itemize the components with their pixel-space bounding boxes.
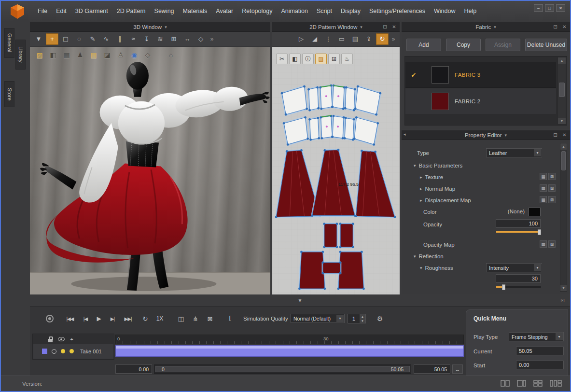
delete-unused-fabric-button[interactable]: Delete Unused [525, 39, 567, 51]
start-input[interactable]: 0.00 [516, 361, 564, 369]
viewport-2d[interactable]: 117.2 96.5 ✂ ◧ ⓘ ▨ ⊞ ♨ [272, 47, 400, 294]
float-panel-icon[interactable]: ⊡ [552, 23, 559, 30]
copy-animation-button[interactable]: ◫ [175, 312, 187, 325]
reset-arrangement-tool-icon[interactable]: ↻ [376, 33, 389, 45]
layers-tool-icon[interactable]: ▤ [349, 33, 362, 45]
layout-preset-1-button[interactable] [501, 380, 510, 387]
property-editor-header[interactable]: ◂ Property Editor ▾ ⊡ ✕ [402, 130, 570, 140]
float-panel-icon[interactable]: ⊡ [559, 297, 566, 304]
viewport-3d[interactable]: ▨ ◧ ▦ ♟ ▤ ◪ ♙ ◉ ◇ ⌂ [30, 47, 270, 294]
menu-2d-pattern[interactable]: 2D Pattern [113, 6, 150, 16]
collapse-arrow-icon[interactable]: ▼ [298, 298, 303, 303]
simulation-settings-gear-icon[interactable]: ⚙ [374, 312, 386, 325]
weld-animation-button[interactable]: ⋔ [189, 312, 202, 325]
export-tool-icon[interactable]: ⇪ [362, 33, 375, 45]
app-logo-icon[interactable] [9, 3, 26, 19]
copy-fabric-button[interactable]: Copy [446, 39, 481, 51]
show-texture-icon[interactable]: ▤ [88, 50, 99, 60]
layout-preset-2-button[interactable] [517, 380, 527, 387]
keyframe-dot[interactable] [70, 349, 74, 353]
grid-icon[interactable]: ⊞ [328, 54, 340, 64]
fabric-panel-header[interactable]: Fabric ▾ ⊡ ✕ [402, 22, 570, 32]
show-garment-icon[interactable]: ◧ [47, 50, 59, 60]
panel-3d-header[interactable]: 3D Window ▾ [30, 22, 270, 32]
menu-file[interactable]: File [34, 6, 51, 16]
menu-settings-preferences[interactable]: Settings/Preferences [365, 6, 429, 16]
rect-pattern-tool-icon[interactable]: ▭ [335, 33, 348, 45]
playback-speed-button[interactable]: 1X [153, 312, 167, 325]
previous-frame-button[interactable]: |◀ [79, 312, 92, 325]
mannequin-icon[interactable]: ♙ [115, 50, 126, 60]
segment-sewing-tool-icon[interactable]: ∥ [113, 33, 126, 45]
normal-map-row[interactable]: ▸ Normal Map [402, 183, 556, 194]
texture-browse-button[interactable]: ▦ [540, 173, 547, 180]
fit-range-button[interactable]: ↔ [452, 364, 463, 374]
home-view-icon[interactable]: ⌂ [165, 50, 177, 60]
play-button[interactable]: ▶ [93, 312, 105, 325]
fabric-list-scrollbar[interactable]: ▲ ▼ [557, 57, 566, 125]
edit-sewing-tool-icon[interactable]: ∿ [100, 33, 112, 45]
sidebar-tab-general[interactable]: General [4, 28, 14, 58]
fabric-swatch[interactable] [432, 93, 449, 110]
garment-fit-icon[interactable]: ▦ [61, 50, 72, 60]
chevron-down-icon[interactable]: ▾ [360, 25, 362, 29]
lock-icon[interactable] [48, 339, 53, 342]
sidebar-tab-library[interactable]: Library [15, 40, 26, 70]
scroll-up-icon[interactable]: ▲ [560, 143, 567, 150]
sidebar-tab-store[interactable]: Store [4, 81, 14, 107]
chevron-down-icon[interactable]: ▾ [494, 25, 496, 29]
displacement-map-clear-button[interactable]: ⊠ [548, 196, 556, 203]
close-panel-icon[interactable]: ✕ [561, 131, 568, 139]
eye-icon[interactable] [58, 337, 65, 341]
go-to-end-button[interactable]: ▶▶| [120, 312, 136, 325]
menu-edit[interactable]: Edit [52, 6, 70, 16]
scroll-down-icon[interactable]: ▼ [558, 118, 566, 124]
layout-preset-3-button[interactable] [533, 380, 543, 387]
displacement-map-browse-button[interactable]: ▦ [540, 196, 547, 203]
dots-tool-icon[interactable]: ⋮ [322, 33, 334, 45]
select-box-tool-icon[interactable]: ▢ [59, 33, 72, 45]
more-tools-icon[interactable]: » [390, 33, 397, 45]
assign-fabric-button[interactable]: Assign [486, 39, 520, 51]
chevron-down-icon[interactable]: ▾ [165, 25, 167, 29]
next-frame-button[interactable]: ▶| [106, 312, 119, 325]
spin-down-icon[interactable]: ▼ [360, 319, 365, 323]
float-panel-icon[interactable]: ⊡ [381, 23, 389, 30]
scroll-down-icon[interactable]: ▼ [560, 285, 567, 291]
avatar-head[interactable] [126, 62, 149, 97]
timeline-range-bar[interactable] [115, 345, 464, 357]
timeline-ruler[interactable]: 0 30 [115, 335, 464, 344]
move-tool-icon[interactable]: + [46, 33, 58, 45]
slider-handle[interactable] [502, 284, 505, 290]
close-panel-icon[interactable]: ✕ [390, 23, 398, 30]
corner-tool-icon[interactable]: ◢ [308, 33, 321, 45]
collapse-left-icon[interactable]: ◂ [404, 132, 406, 137]
play-pattern-tool-icon[interactable]: ▷ [295, 33, 307, 45]
close-panel-icon[interactable]: ✕ [561, 23, 568, 30]
record-button[interactable] [42, 312, 57, 325]
fabric-list-item-fabric-2[interactable]: FABRIC 2 [405, 88, 556, 114]
pin-tool-icon[interactable]: ↧ [140, 33, 153, 45]
show-fabric-icon[interactable]: ▨ [34, 50, 45, 60]
range-end-field[interactable]: 50.05 [414, 364, 450, 374]
opacity-map-clear-button[interactable]: ⊠ [548, 240, 556, 248]
loop-button[interactable]: ↻ [139, 312, 152, 325]
current-input[interactable]: 50.05 [516, 347, 564, 355]
solo-icon[interactable]: ◂▸ [70, 337, 73, 341]
simulation-quality-select[interactable]: Normal (Default) ▾ [291, 314, 345, 323]
globe-icon[interactable]: ◉ [128, 50, 140, 60]
track-color-chip[interactable] [42, 349, 47, 354]
more-tools-icon[interactable]: » [208, 33, 216, 45]
menu-sewing[interactable]: Sewing [151, 6, 178, 16]
roughness-slider[interactable] [496, 286, 541, 288]
flatten-tool-icon[interactable]: ◇ [195, 33, 207, 45]
normal-map-browse-button[interactable]: ▦ [540, 184, 547, 192]
roughness-mode-select[interactable]: Intensity ▾ [486, 263, 542, 272]
garment-icon[interactable]: ◧ [289, 54, 301, 64]
keyframe-dot[interactable] [61, 349, 65, 353]
measure-tool-icon[interactable]: ↔ [181, 33, 194, 45]
free-sewing-tool-icon[interactable]: ≈ [127, 33, 139, 45]
timeline-scrollbar-handle[interactable]: 0 50.05 [155, 366, 410, 372]
scroll-up-icon[interactable]: ▲ [558, 57, 566, 64]
play-type-select[interactable]: Frame Stepping ▾ [509, 332, 564, 341]
